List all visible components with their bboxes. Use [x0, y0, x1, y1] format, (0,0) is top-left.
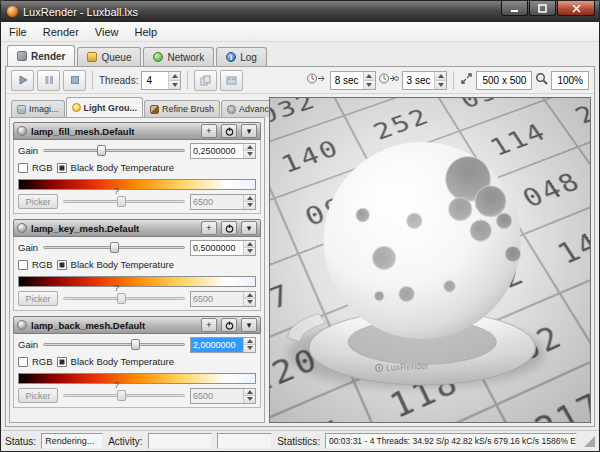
write-interval-stepper[interactable]: 3 sec [402, 71, 448, 90]
rgb-checkbox[interactable] [18, 357, 28, 367]
temperature-slider[interactable]: ? [62, 291, 186, 306]
tab-lightgroups[interactable]: Light Grou... [66, 97, 144, 117]
gain-down[interactable] [244, 150, 255, 158]
gain-spinbox[interactable]: 0,5000000 [190, 240, 256, 256]
temperature-value: 6500 [191, 389, 243, 403]
power-group-button[interactable] [221, 124, 237, 138]
solo-group-button[interactable]: + [201, 124, 217, 138]
render-start-button[interactable] [11, 70, 34, 91]
gain-value[interactable]: 0,5000000 [191, 241, 243, 255]
temperature-slider[interactable]: ? [62, 194, 186, 209]
gain-down[interactable] [244, 344, 255, 352]
main-tabbar: Render Queue Network i Log [1, 42, 599, 66]
tab-refine-brush[interactable]: Refine Brush [144, 100, 220, 117]
collapse-group-button[interactable]: ▾ [241, 124, 257, 138]
gain-spinbox[interactable]: 0,2500000 [190, 143, 256, 159]
unknown-marker: ? [114, 380, 119, 390]
copy-image-button[interactable] [194, 70, 217, 91]
temp-down[interactable] [244, 201, 255, 209]
log-info-icon: i [226, 52, 236, 62]
write-interval-up[interactable] [435, 72, 446, 80]
close-button[interactable] [557, 1, 595, 16]
luxball-render: LuxRender [270, 98, 590, 422]
tab-queue[interactable]: Queue [77, 47, 141, 66]
save-image-button[interactable] [220, 70, 243, 91]
gain-slider[interactable] [42, 240, 186, 255]
tab-imaging[interactable]: Imagi... [11, 100, 65, 117]
threads-label: Threads: [99, 75, 138, 86]
app-icon [7, 6, 18, 17]
temperature-spinbox[interactable]: 6500 [190, 291, 256, 307]
threads-stepper[interactable]: 4 [141, 71, 181, 90]
minimize-button[interactable] [501, 1, 528, 16]
color-picker-button[interactable]: Picker [18, 388, 58, 403]
render-tab-icon [17, 51, 27, 61]
blackbody-gradient-bar[interactable] [18, 276, 256, 287]
solo-group-button[interactable]: + [201, 221, 217, 235]
menubar: File Render View Help [1, 22, 599, 42]
zoom-icon [535, 71, 548, 89]
rgb-checkbox[interactable] [18, 163, 28, 173]
menu-help[interactable]: Help [126, 24, 165, 40]
render-pause-button[interactable] [37, 70, 60, 91]
blackbody-checkbox[interactable] [57, 357, 67, 367]
display-interval-down[interactable] [364, 80, 375, 89]
close-icon [572, 4, 581, 13]
gain-value-selected[interactable]: 2,0000000 [191, 338, 243, 352]
resize-grip[interactable] [584, 436, 595, 447]
solo-group-button[interactable]: + [201, 318, 217, 332]
rgb-checkbox[interactable] [18, 260, 28, 270]
light-group-header[interactable]: lamp_back_mesh.Default + ▾ [13, 316, 261, 334]
collapse-group-button[interactable]: ▾ [241, 221, 257, 235]
gain-spinbox[interactable]: 2,0000000 [190, 337, 256, 353]
light-group-header[interactable]: lamp_key_mesh.Default + ▾ [13, 219, 261, 237]
display-interval-up[interactable] [364, 72, 375, 80]
status-label: Status: [5, 436, 36, 447]
blackbody-checkbox[interactable] [57, 163, 67, 173]
blackbody-checkbox[interactable] [57, 260, 67, 270]
resolution-icon [460, 71, 473, 89]
threads-down[interactable] [169, 80, 180, 89]
light-group-header[interactable]: lamp_fill_mesh.Default + ▾ [13, 122, 261, 140]
color-picker-button[interactable]: Picker [18, 194, 58, 209]
zoom-level-display[interactable]: 100% [551, 71, 589, 90]
collapse-group-button[interactable]: ▾ [241, 318, 257, 332]
tab-network[interactable]: Network [143, 47, 214, 66]
write-interval-down[interactable] [435, 80, 446, 89]
secondary-progress [217, 433, 273, 449]
rgb-label: RGB [32, 356, 53, 367]
maximize-button[interactable] [529, 1, 556, 16]
display-interval-stepper[interactable]: 8 sec [330, 71, 376, 90]
light-group-name: lamp_back_mesh.Default [31, 320, 197, 331]
temperature-spinbox[interactable]: 6500 [190, 388, 256, 404]
render-toolbar: Threads: 4 8 sec 3 sec [6, 67, 594, 94]
color-picker-button[interactable]: Picker [18, 291, 58, 306]
temperature-slider[interactable]: ? [62, 388, 186, 403]
blackbody-gradient-bar[interactable] [18, 373, 256, 384]
display-interval-value: 8 sec [331, 72, 363, 89]
side-panel-tabs: Imagi... Light Grou... Refine Brush Adva… [9, 97, 265, 117]
render-stop-button[interactable] [63, 70, 86, 91]
titlebar[interactable]: LuxRender - Luxball.lxs [1, 1, 599, 22]
copy-icon [200, 75, 211, 86]
luxball-sphere [324, 142, 521, 339]
pause-icon [44, 75, 54, 85]
power-group-button[interactable] [221, 318, 237, 332]
blackbody-gradient-bar[interactable] [18, 179, 256, 190]
blackbody-label: Black Body Temperature [71, 162, 174, 173]
tab-log[interactable]: i Log [216, 47, 267, 66]
temperature-spinbox[interactable]: 6500 [190, 194, 256, 210]
temp-down[interactable] [244, 298, 255, 306]
menu-render[interactable]: Render [35, 24, 87, 40]
menu-view[interactable]: View [87, 24, 127, 40]
menu-file[interactable]: File [1, 24, 35, 40]
tab-render[interactable]: Render [7, 45, 75, 66]
gain-slider[interactable] [42, 337, 186, 352]
temp-down[interactable] [244, 395, 255, 403]
gain-value[interactable]: 0,2500000 [191, 144, 243, 158]
gain-down[interactable] [244, 247, 255, 255]
threads-up[interactable] [169, 72, 180, 80]
render-view[interactable]: 2051862411181622072450931632202460321402… [269, 97, 591, 423]
gain-slider[interactable] [42, 143, 186, 158]
power-group-button[interactable] [221, 221, 237, 235]
